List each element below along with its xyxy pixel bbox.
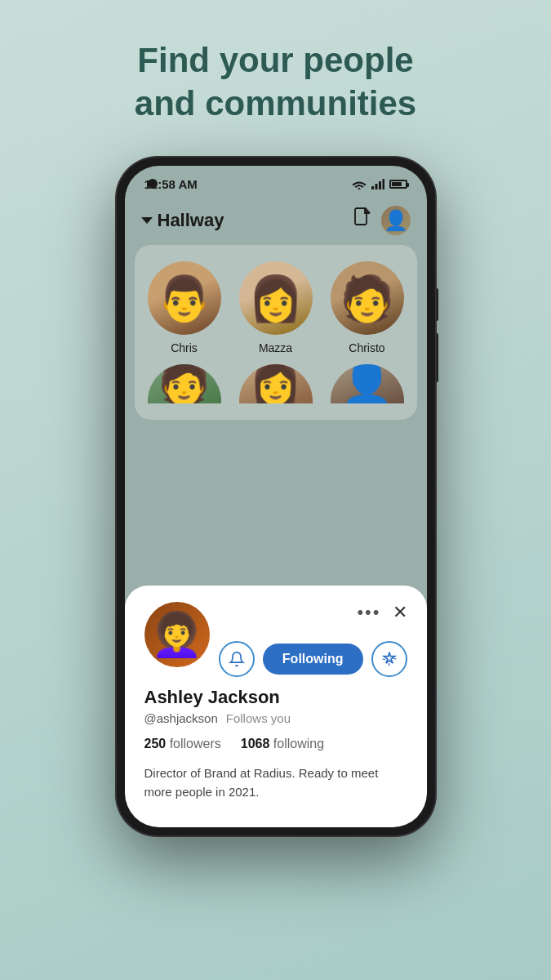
followers-label: followers xyxy=(170,737,221,751)
app-header-left[interactable]: Hallway xyxy=(141,210,224,231)
phone-shell: 11:58 AM xyxy=(117,158,435,835)
profile-card: 👩‍🦱 ••• ✕ xyxy=(125,586,427,827)
app-header-icons: 👤 xyxy=(353,206,411,235)
followers-stat[interactable]: 250 followers xyxy=(144,737,221,751)
phone-screen: 11:58 AM xyxy=(125,166,427,827)
person-name-mazza: Mazza xyxy=(259,341,292,354)
people-grid-partial: 🧑 👩 👤 xyxy=(143,364,409,403)
chevron-down-icon xyxy=(141,217,153,224)
person-name-christo: Christo xyxy=(349,341,384,354)
person-avatar-mazza: 👩 xyxy=(239,261,313,335)
profile-top-actions: ••• ✕ Following xyxy=(219,602,407,677)
people-grid: 👨 Chris 👩 Mazza 🧑 xyxy=(143,261,409,354)
battery-icon xyxy=(389,180,407,189)
headline: Find your people and communities xyxy=(102,39,449,125)
app-header: Hallway 👤 xyxy=(125,196,427,245)
close-button[interactable]: ✕ xyxy=(393,602,407,623)
user-avatar-header[interactable]: 👤 xyxy=(381,206,411,235)
profile-bio: Director of Brand at Radius. Ready to me… xyxy=(144,764,407,801)
camera-dot xyxy=(148,179,158,189)
partial-avatar-3: 👤 xyxy=(331,364,404,403)
people-section: 👨 Chris 👩 Mazza 🧑 xyxy=(135,245,417,420)
status-icons xyxy=(352,179,407,189)
partial-avatar-1: 🧑 xyxy=(148,364,221,403)
person-name-chris: Chris xyxy=(171,341,198,354)
wifi-icon xyxy=(352,179,367,189)
profile-handle: @ashjackson xyxy=(144,711,218,725)
following-count: 1068 xyxy=(241,737,270,751)
following-label: following xyxy=(273,737,324,751)
svg-rect-0 xyxy=(371,186,374,189)
following-stat[interactable]: 1068 following xyxy=(241,737,324,751)
person-avatar-chris: 👨 xyxy=(148,261,221,335)
profile-actions-row: ••• ✕ xyxy=(357,602,407,623)
person-avatar-christo: 🧑 xyxy=(331,261,404,335)
profile-avatar: 👩‍🦱 xyxy=(144,602,210,667)
headline-line2: and communities xyxy=(135,84,416,122)
profile-handle-row: @ashjackson Follows you xyxy=(144,711,407,725)
status-bar: 11:58 AM xyxy=(125,166,427,196)
bell-icon xyxy=(229,651,245,667)
sparkle-button[interactable] xyxy=(371,641,407,677)
profile-card-top: 👩‍🦱 ••• ✕ xyxy=(144,602,407,677)
person-item[interactable]: 👩 Mazza xyxy=(239,261,313,354)
person-item[interactable]: 👨 Chris xyxy=(148,261,221,354)
partial-avatar-2: 👩 xyxy=(239,364,313,403)
svg-rect-1 xyxy=(375,184,377,189)
profile-name: Ashley Jackson xyxy=(144,687,407,708)
app-title: Hallway xyxy=(158,210,224,231)
headline-line1: Find your people xyxy=(137,41,413,79)
followers-count: 250 xyxy=(144,737,167,751)
following-button[interactable]: Following xyxy=(263,644,363,675)
phone-mockup: 11:58 AM xyxy=(117,158,435,835)
sparkle-icon xyxy=(381,651,398,667)
person-item[interactable]: 🧑 Christo xyxy=(331,261,404,354)
more-options-button[interactable]: ••• xyxy=(357,602,380,623)
follows-you-badge: Follows you xyxy=(226,711,291,725)
document-icon[interactable] xyxy=(353,207,371,234)
signal-icon xyxy=(371,179,384,189)
profile-buttons: Following xyxy=(219,641,407,677)
profile-stats: 250 followers 1068 following xyxy=(144,737,407,751)
svg-rect-3 xyxy=(382,179,384,189)
bell-button[interactable] xyxy=(219,641,255,677)
svg-rect-2 xyxy=(379,181,381,189)
